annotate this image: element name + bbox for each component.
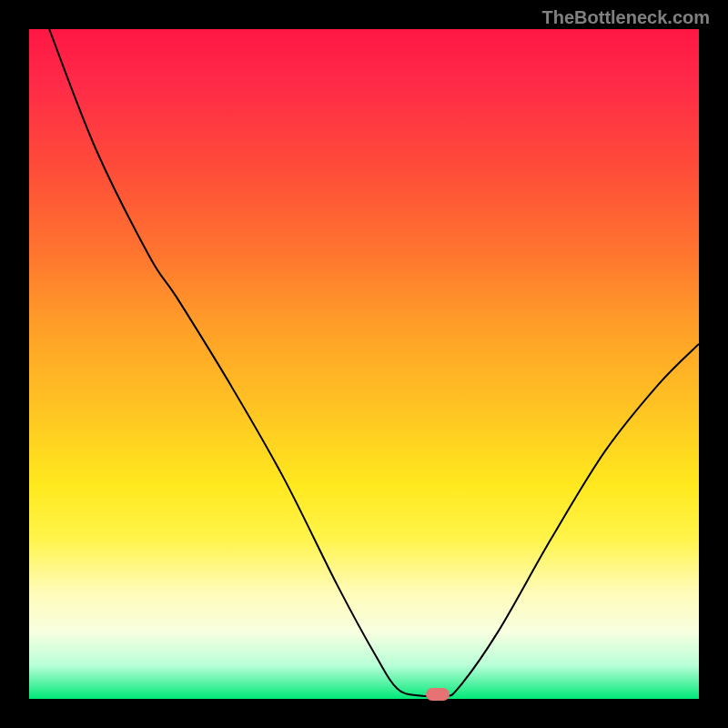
curve-svg [29,29,699,699]
optimal-marker [426,688,450,701]
plot-area [29,29,699,699]
watermark-text: TheBottleneck.com [542,7,710,28]
chart-container: TheBottleneck.com [0,0,728,728]
bottleneck-curve [49,29,699,696]
